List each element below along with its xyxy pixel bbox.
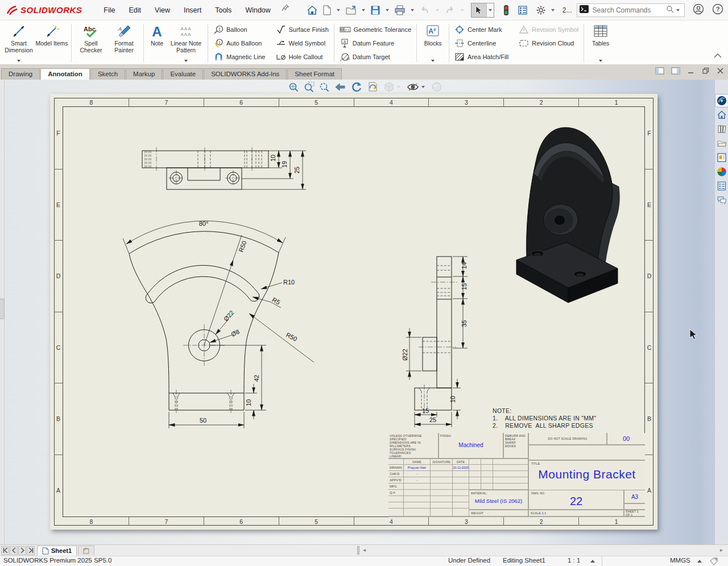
smart-dimension-caret[interactable] [17, 60, 20, 62]
datum-target-button[interactable]: A1 Datum Target [337, 51, 413, 63]
format-painter-button[interactable]: A Format Painter [107, 22, 140, 64]
smart-dimension-button[interactable]: Smart Dimension [2, 22, 35, 64]
user-account-icon[interactable] [693, 3, 704, 17]
menu-view[interactable]: View [149, 3, 176, 17]
next-sheet-button[interactable] [18, 546, 26, 555]
select-arrow-icon[interactable] [471, 3, 486, 17]
tables-caret[interactable] [599, 60, 602, 62]
new-document-button[interactable] [321, 4, 333, 16]
hscroll-left-arrow[interactable]: ◂ [363, 547, 366, 553]
front-view[interactable]: 80° R50 R10 R5 Ø22 Ø8 R50 [121, 217, 320, 439]
3dexperience-icon[interactable] [715, 94, 728, 107]
isometric-view[interactable] [512, 122, 626, 307]
drawing-note[interactable]: NOTE: 1. ALL DIMENSIONS ARE IN "MM" 2. R… [493, 407, 596, 429]
pane-left-icon[interactable] [655, 67, 664, 77]
weld-symbol-button[interactable]: Weld Symbol [274, 38, 331, 49]
zoom-area-icon[interactable] [303, 81, 315, 93]
model-items-button[interactable]: Model Items [35, 22, 68, 64]
revision-cloud-button[interactable]: Revision Cloud [516, 38, 581, 49]
geometric-tolerance-button[interactable]: 0.1 Geometric Tolerance [337, 24, 413, 35]
home-button[interactable] [305, 4, 320, 16]
redo-button[interactable] [442, 4, 457, 16]
centerline-button[interactable]: Centerline [452, 38, 511, 49]
appearances-icon[interactable] [715, 166, 728, 178]
pin-icon[interactable] [281, 3, 290, 17]
title-block[interactable]: UNLESS OTHERWISE SPECIFIED: DIMENSIONS A… [388, 433, 645, 517]
select-tool[interactable] [471, 3, 494, 18]
3d-drawing-view-icon[interactable] [367, 81, 379, 93]
options-gear-icon[interactable] [534, 4, 548, 16]
custom-properties-icon[interactable] [715, 180, 728, 192]
tab-annotation[interactable]: Annotation [40, 68, 90, 80]
view-palette-icon[interactable] [715, 151, 728, 164]
drawing-sheet[interactable]: 87654321 87654321 FEDCBA FEDCBA [50, 94, 657, 530]
side-view[interactable]: 14 15 35 10 Ø22 [394, 244, 493, 435]
linear-note-pattern-button[interactable]: AAAAAA Linear Note Pattern [167, 22, 205, 64]
linear-note-pattern-caret[interactable] [184, 60, 188, 62]
balloon-button[interactable]: 1 Balloon [211, 24, 268, 35]
status-units[interactable]: MMGS [670, 557, 690, 564]
open-button[interactable] [344, 4, 358, 16]
area-hatch-button[interactable]: Area Hatch/Fill [452, 51, 511, 63]
doc-restore-button[interactable] [702, 67, 710, 77]
scrollbar-splitter[interactable] [357, 546, 359, 555]
save-button[interactable] [369, 4, 382, 16]
design-library-icon[interactable] [715, 123, 728, 135]
file-explorer-icon[interactable] [715, 137, 728, 150]
print-caret[interactable] [411, 9, 414, 11]
ribbon-collapse-chevron[interactable] [713, 51, 722, 61]
search-input[interactable] [592, 6, 666, 15]
note-button[interactable]: A Note [147, 22, 167, 64]
add-sheet-tab[interactable] [78, 546, 94, 555]
blocks-button[interactable]: A° Blocks [420, 22, 446, 64]
search-caret[interactable] [676, 9, 680, 11]
doc-minimize-button[interactable] [687, 67, 695, 77]
tab-sketch[interactable]: Sketch [90, 68, 125, 80]
hide-show-items-caret[interactable] [421, 86, 425, 88]
options-caret[interactable] [551, 9, 555, 11]
print-button[interactable] [392, 4, 407, 16]
datum-feature-button[interactable]: A Datum Feature [337, 38, 413, 49]
revision-symbol-button[interactable]: Revision Symbol [516, 24, 581, 35]
sheet1-tab[interactable]: Sheet1 [37, 546, 77, 556]
forum-icon[interactable] [715, 194, 728, 206]
appearance-icon[interactable] [431, 81, 442, 93]
status-view-scale[interactable]: 1 : 1 [568, 557, 580, 564]
surface-finish-button[interactable]: Surface Finish [274, 24, 331, 35]
display-style-icon[interactable] [383, 81, 403, 93]
auto-balloon-button[interactable]: 1 Auto Balloon [211, 38, 268, 49]
doc-close-button[interactable] [717, 67, 725, 77]
undo-button[interactable] [417, 4, 432, 16]
menu-file[interactable]: File [98, 3, 121, 17]
feature-manager-expand-tab[interactable] [0, 299, 5, 319]
view-scale-caret[interactable] [590, 560, 595, 563]
tab-evaluate[interactable]: Evaluate [163, 68, 203, 80]
units-caret[interactable] [697, 560, 702, 563]
last-sheet-button[interactable] [27, 546, 35, 555]
hole-callout-button[interactable]: Hole Callout [274, 51, 331, 63]
pane-right-icon[interactable] [671, 67, 680, 77]
center-mark-button[interactable]: Center Mark [452, 24, 511, 35]
menu-window[interactable]: Window [239, 3, 276, 17]
design-checker-icon[interactable] [516, 4, 530, 16]
tab-solidworks-add-ins[interactable]: SOLIDWORKS Add-Ins [204, 68, 287, 80]
tab-drawing[interactable]: Drawing [1, 68, 40, 80]
magnetic-line-button[interactable]: Magnetic Line [211, 51, 268, 63]
undo-caret[interactable] [436, 9, 439, 11]
save-caret[interactable] [386, 9, 389, 11]
help-icon[interactable]: ? [712, 3, 723, 17]
graphics-area[interactable]: 87654321 87654321 FEDCBA FEDCBA [0, 80, 728, 544]
search-icon[interactable] [666, 5, 674, 15]
top-view[interactable]: 10 19 25 [135, 136, 317, 199]
new-document-caret[interactable] [337, 9, 340, 11]
select-tool-caret[interactable] [486, 3, 494, 17]
home-resources-icon[interactable] [715, 109, 728, 121]
tab-markup[interactable]: Markup [126, 68, 162, 80]
hide-show-items-icon[interactable] [407, 81, 427, 93]
menu-tools[interactable]: Tools [209, 3, 237, 17]
menu-insert[interactable]: Insert [178, 3, 207, 17]
zoom-fit-icon[interactable] [288, 81, 299, 93]
tables-button[interactable]: Tables [587, 22, 614, 64]
display-style-caret[interactable] [397, 86, 400, 88]
rotate-view-icon[interactable] [350, 81, 363, 93]
